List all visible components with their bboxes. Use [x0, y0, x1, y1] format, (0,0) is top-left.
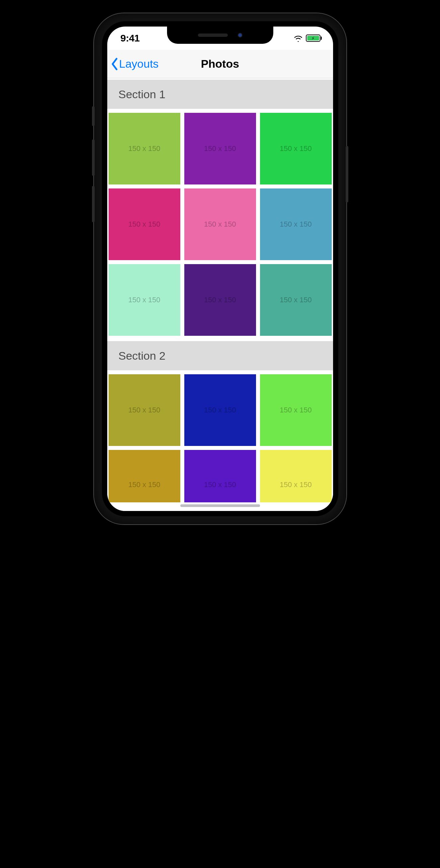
cell-label: 150 x 150 — [204, 144, 236, 153]
back-button[interactable]: Layouts — [111, 57, 159, 71]
front-camera — [238, 33, 242, 37]
cell-label: 150 x 150 — [280, 296, 312, 304]
status-right-cluster: ⚡︎ — [293, 34, 322, 42]
cell-label: 150 x 150 — [280, 480, 312, 489]
cell-label: 150 x 150 — [280, 220, 312, 228]
wifi-icon — [293, 34, 303, 42]
cell-label: 150 x 150 — [204, 406, 236, 414]
cell-label: 150 x 150 — [128, 480, 160, 489]
cell-label: 150 x 150 — [204, 296, 236, 304]
cell-label: 150 x 150 — [280, 144, 312, 153]
photo-cell[interactable]: 150 x 150 — [184, 374, 256, 446]
photo-cell[interactable]: 150 x 150 — [109, 264, 180, 336]
charging-bolt-icon: ⚡︎ — [312, 36, 315, 40]
section-title: Section 1 — [119, 88, 166, 101]
photo-cell[interactable]: 150 x 150 — [109, 188, 180, 260]
cell-label: 150 x 150 — [128, 144, 160, 153]
section-2-grid-row1: 150 x 150 150 x 150 150 x 150 — [107, 370, 333, 446]
photo-cell[interactable]: 150 x 150 — [184, 264, 256, 336]
cell-label: 150 x 150 — [128, 296, 160, 304]
battery-icon: ⚡︎ — [306, 34, 322, 42]
section-2-grid-row2: 150 x 150 150 x 150 150 x 150 — [107, 446, 333, 502]
chevron-left-icon — [111, 57, 119, 71]
home-indicator[interactable] — [180, 504, 260, 507]
photo-cell[interactable]: 150 x 150 — [260, 374, 332, 446]
photo-cell[interactable]: 150 x 150 — [184, 450, 256, 502]
status-time: 9:41 — [121, 33, 140, 44]
photo-cell[interactable]: 150 x 150 — [109, 374, 180, 446]
power-button[interactable] — [346, 146, 348, 203]
back-label: Layouts — [119, 57, 159, 70]
volume-up-button[interactable] — [92, 140, 95, 176]
photo-cell[interactable]: 150 x 150 — [260, 188, 332, 260]
cell-label: 150 x 150 — [128, 406, 160, 414]
section-1-grid: 150 x 150 150 x 150 150 x 150 150 x 150 … — [107, 109, 333, 340]
photo-cell[interactable]: 150 x 150 — [260, 264, 332, 336]
notch — [167, 27, 273, 44]
speaker-grille — [198, 33, 228, 37]
photo-cell[interactable]: 150 x 150 — [184, 188, 256, 260]
cell-label: 150 x 150 — [128, 220, 160, 228]
section-header-1: Section 1 — [107, 80, 333, 109]
photo-cell[interactable]: 150 x 150 — [109, 113, 180, 184]
device-bezel: 9:41 ⚡︎ — [102, 21, 339, 516]
photo-cell[interactable]: 150 x 150 — [260, 113, 332, 184]
photo-cell[interactable]: 150 x 150 — [109, 450, 180, 502]
photo-cell[interactable]: 150 x 150 — [184, 113, 256, 184]
cell-label: 150 x 150 — [204, 480, 236, 489]
cell-label: 150 x 150 — [280, 406, 312, 414]
section-title: Section 2 — [119, 349, 166, 362]
cell-label: 150 x 150 — [204, 220, 236, 228]
volume-down-button[interactable] — [92, 186, 95, 222]
photo-cell[interactable]: 150 x 150 — [260, 450, 332, 502]
screen: 9:41 ⚡︎ — [107, 27, 333, 511]
navigation-bar: Layouts Photos — [107, 50, 333, 78]
section-header-2: Section 2 — [107, 341, 333, 370]
device-frame: 9:41 ⚡︎ — [94, 13, 346, 524]
mute-switch[interactable] — [92, 106, 95, 126]
collection-view[interactable]: Section 1 150 x 150 150 x 150 150 x 150 … — [107, 78, 333, 511]
